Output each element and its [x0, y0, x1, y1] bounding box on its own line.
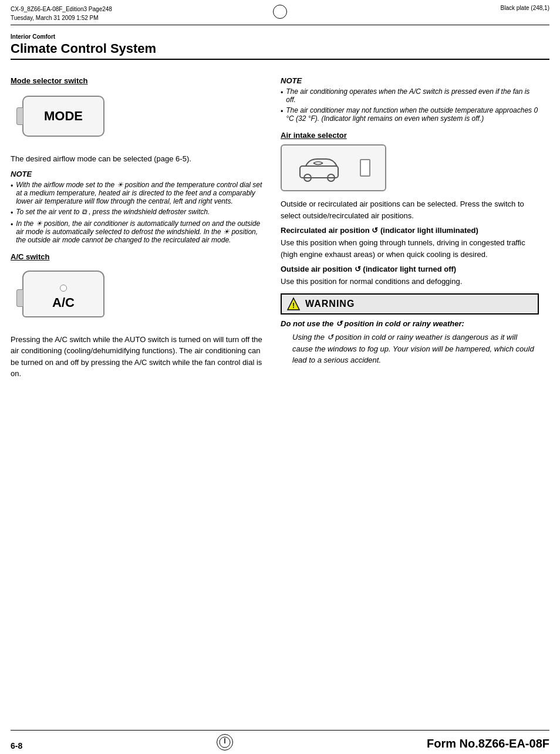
bullet-dot: •	[11, 182, 13, 205]
title-underline	[11, 59, 549, 60]
mode-note-title: NOTE	[11, 170, 269, 178]
right-column: NOTE • The air conditioning operates whe…	[281, 76, 539, 384]
header-plate: Black plate (248,1)	[501, 5, 549, 11]
mode-note-bullet-1-text: With the airflow mode set to the ☀ posit…	[16, 181, 269, 205]
mode-note-bullet-3: • In the ☀ position, the air conditioner…	[11, 219, 269, 244]
recirculated-body: Use this position when going through tun…	[281, 237, 539, 260]
ac-switch-title: A/C switch	[11, 252, 269, 261]
mode-selector-section: Mode selector switch MODE The desired ai…	[11, 76, 269, 244]
mode-button-diagram: MODE	[11, 91, 269, 146]
air-intake-body: Outside or recirculated air positions ca…	[281, 198, 539, 221]
mode-note-bullet-2: • To set the air vent to ⧉ , press the w…	[11, 208, 269, 217]
right-note-title: NOTE	[281, 76, 539, 85]
footer-circle-svg	[219, 736, 231, 748]
svg-text:!: !	[292, 302, 295, 310]
left-column: Mode selector switch MODE The desired ai…	[11, 76, 269, 384]
outside-title-text: Outside air position	[281, 265, 352, 273]
mode-note-bullet-2-text: To set the air vent to ⧉ , press the win…	[16, 208, 210, 217]
mode-note-bullets: • With the airflow mode set to the ☀ pos…	[11, 181, 269, 244]
mode-button-box: MODE	[22, 96, 104, 137]
header-filename: CX-9_8Z66-EA-08F_Edition3 Page248	[11, 5, 112, 13]
outside-subtitle: (indicator light turned off)	[363, 265, 456, 273]
form-number: Form No.8Z66-EA-08F	[427, 737, 549, 750]
warning-header: ! WARNING	[281, 293, 539, 315]
header-date: Tuesday, March 31 2009 1:52 PM	[11, 13, 112, 22]
ac-indicator-light	[60, 285, 67, 292]
mode-note-bullet-3-text: In the ☀ position, the air conditioner i…	[16, 219, 269, 244]
page-title: Climate Control System	[11, 41, 549, 56]
warning-main-text: Do not use the ↺ position in cold or rai…	[281, 318, 539, 330]
air-intake-title: Air intake selector	[281, 131, 539, 140]
footer: 6-8 Form No.8Z66-EA-08F	[0, 724, 560, 754]
ac-button-tab	[16, 289, 23, 307]
ac-button-label: A/C	[52, 295, 75, 310]
car-icon	[297, 153, 344, 182]
main-content: Mode selector switch MODE The desired ai…	[0, 68, 560, 384]
footer-content: 6-8 Form No.8Z66-EA-08F	[0, 731, 560, 754]
outside-title: Outside air position ↺ (indicator light …	[281, 265, 539, 273]
svg-point-7	[224, 742, 225, 743]
mode-button-tab	[16, 107, 23, 125]
bullet-dot-3: •	[11, 221, 13, 244]
section-label: Interior Comfort	[11, 33, 549, 40]
right-note-bullet-2-text: The air conditioner may not function whe…	[286, 106, 539, 123]
air-intake-section: Air intake selector	[281, 131, 539, 288]
ac-switch-section: A/C switch A/C Pressing the A/C switch w…	[11, 252, 269, 380]
right-note-bullet-1-text: The air conditioning operates when the A…	[286, 87, 539, 104]
ac-button-box: A/C	[22, 271, 104, 317]
header-bar: CX-9_8Z66-EA-08F_Edition3 Page248 Tuesda…	[0, 0, 560, 25]
header-left: CX-9_8Z66-EA-08F_Edition3 Page248 Tuesda…	[11, 5, 112, 22]
right-note-bullet-2: • The air conditioner may not function w…	[281, 106, 539, 123]
right-note-bullet-1: • The air conditioning operates when the…	[281, 87, 539, 104]
air-intake-diagram	[281, 144, 539, 191]
header-circle-icon	[273, 5, 287, 19]
footer-circle-icon	[217, 734, 233, 750]
intake-indicator	[360, 159, 370, 177]
warning-section: ! WARNING Do not use the ↺ position in c…	[281, 293, 539, 366]
air-intake-box	[281, 144, 386, 191]
ac-button-diagram: A/C	[11, 266, 269, 327]
page-wrapper: CX-9_8Z66-EA-08F_Edition3 Page248 Tuesda…	[0, 0, 560, 754]
mode-button-label: MODE	[44, 109, 83, 124]
warning-main-text-span: Do not use the ↺ position in cold or rai…	[281, 319, 464, 328]
right-bullet-dot-1: •	[281, 89, 283, 104]
right-bullet-dot-2: •	[281, 107, 283, 123]
ac-body-text: Pressing the A/C switch while the AUTO s…	[11, 334, 269, 380]
header-center-circle	[273, 5, 287, 19]
mode-selector-title: Mode selector switch	[11, 76, 269, 85]
svg-rect-0	[300, 166, 338, 178]
outside-body: Use this position for normal conditions …	[281, 276, 539, 288]
warning-body-text: Using the ↺ position in cold or rainy we…	[292, 332, 539, 366]
title-area: Interior Comfort Climate Control System	[0, 25, 560, 60]
bullet-dot-2: •	[11, 209, 13, 217]
recirculated-title-text: Recirculated air position	[281, 226, 370, 235]
mode-note-bullet-1: • With the airflow mode set to the ☀ pos…	[11, 181, 269, 205]
page-number: 6-8	[11, 741, 22, 750]
recirculated-title: Recirculated air position ↺ (indicator l…	[281, 226, 539, 235]
mode-body-text: The desired airflow mode can be selected…	[11, 153, 269, 165]
recirculated-subtitle: (indicator light illuminated)	[380, 226, 478, 235]
warning-triangle-icon: !	[286, 297, 301, 311]
right-note-section: NOTE • The air conditioning operates whe…	[281, 76, 539, 123]
warning-title-text: WARNING	[305, 299, 355, 309]
